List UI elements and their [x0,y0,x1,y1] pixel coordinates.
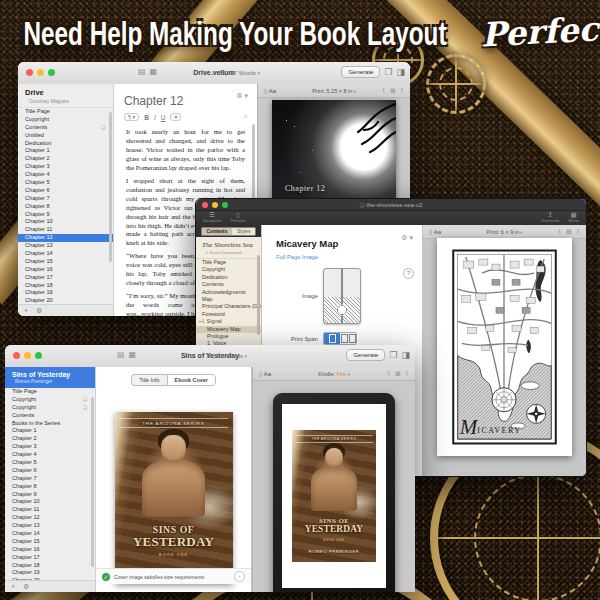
sidebar-item[interactable]: Dedication [196,274,261,281]
span-single-page-option[interactable] [324,333,340,344]
sidebar-item[interactable]: Contents [196,281,261,288]
add-element-button[interactable]: + [11,583,15,590]
sidebar-item[interactable]: Books in the Series [5,420,95,428]
sidebar-item[interactable]: Chapter 7 [5,475,95,483]
ebook-cover-image[interactable]: THE ARIZONA SERIES SINS OF YESTERDAY BOO… [115,412,233,584]
underline-button[interactable]: U [161,114,166,121]
zoom-button[interactable] [35,352,42,359]
sidebar-item[interactable]: Chapter 1 [5,427,95,435]
tab-styles[interactable]: Styles [232,227,256,236]
page-nav-icons[interactable]: ⟨ ▤ ⟩ [558,228,581,234]
zoom-button[interactable] [48,69,55,76]
settings-gear-icon[interactable]: ⚙ [36,307,42,315]
layout-pane-icon[interactable]: ◨ [401,351,410,360]
titlebar[interactable]: ▤ ▦ Drive.vellum 62,417 Words Generate ❐… [18,62,410,85]
outline-toggle-icon[interactable]: ▦ [150,68,158,76]
sidebar-item[interactable]: Copyright [5,404,95,412]
help-button[interactable]: ? [403,268,414,279]
scrollbar[interactable] [91,397,94,567]
sidebar-item[interactable]: Chapter 6 [18,187,113,195]
sidebar-item[interactable]: Chapter 13 [5,522,95,530]
sidebar-item[interactable]: Contents [18,124,113,132]
sidebar-item[interactable]: Chapter 9 [18,211,113,219]
chapter-gear-icon[interactable]: ⚙ ▾ [236,92,248,100]
sidebar-item[interactable]: Chapter 6 [5,467,95,475]
sidebar-item[interactable]: Title Page [5,388,95,396]
italic-button[interactable]: I [154,114,156,121]
sidebar-item[interactable]: Chapter 2 [18,155,113,163]
sidebar-item[interactable]: Chapter 18 [18,282,113,290]
paragraph-style-button[interactable]: ¶ ▾ [124,113,139,121]
sidebar-item[interactable]: Chapter 12 [18,234,113,242]
element-type-link[interactable]: Full Page Image [262,251,422,260]
sidebar-item[interactable]: Chapter 9 [5,491,95,499]
word-count-menu[interactable]: 78,858 Words [206,353,247,359]
sidebar-item[interactable]: Map [196,296,261,303]
sidebar-item[interactable]: Chapter 19 [5,569,95,577]
outline-toggle-icon[interactable]: ▦ [129,351,137,359]
sidebar-item[interactable]: Chapter 18 [5,562,95,570]
sidebar-item[interactable]: Chapter 14 [18,250,113,258]
sidebar-item[interactable]: Chapter 4 [5,451,95,459]
sidebar-item[interactable]: Chapter 11 [18,226,113,234]
close-button[interactable] [13,352,20,359]
sidebar-toggle-icon[interactable]: ▤ [138,68,146,76]
sidebar-item[interactable]: Copyright [5,396,95,404]
tab-ebook-cover[interactable]: Ebook Cover [167,374,216,386]
element-gear-icon[interactable]: ⚙ ▾ [401,234,413,242]
sidebar-item[interactable]: Chapter 7 [18,195,113,203]
search-icon[interactable]: ⌕ [244,112,248,120]
book-header[interactable]: Drive Courtney Maguire [18,84,113,108]
settings-gear-icon[interactable]: ⚙ [23,583,29,591]
sidebar-item[interactable]: Chapter 11 [5,506,95,514]
word-count-menu[interactable]: 62,417 Words [219,70,260,76]
sidebar-item[interactable]: Chapter 3 [5,443,95,451]
sidebar-item[interactable]: Chapter 13 [18,242,113,250]
sidebar-item[interactable]: Chapter 3 [18,163,113,171]
page-nav-icons[interactable]: ⟨ ▤ ⟩ [387,370,410,376]
sidebar-item[interactable]: Chapter 19 [18,289,113,297]
sidebar-item[interactable]: Chapter 1 [18,147,113,155]
sidebar-item[interactable]: Copyright [196,266,261,273]
book-header-selected[interactable]: Sins of Yesterday Romeo Preminger [5,367,95,388]
tab-title-info[interactable]: Title Info [131,374,166,386]
tab-contents[interactable]: Contents [201,227,233,236]
more-styles-button[interactable]: ▾ [170,113,181,121]
sidebar-item[interactable]: Title Page [196,259,261,266]
sidebar-item[interactable]: Chapter 17 [5,554,95,562]
sidebar-item[interactable]: Chapter 4 [18,171,113,179]
sidebar-item[interactable]: Chapter 12 [5,514,95,522]
sidebar-toggle-icon[interactable]: ▤ [117,351,125,359]
sidebar-item[interactable]: Principal Characters (Glo… [196,303,261,310]
layout-pane-icon[interactable]: ◨ [396,68,405,77]
sidebar-item[interactable]: Chapter 2 [5,435,95,443]
preview-pane-icon[interactable]: ❐ [389,351,397,360]
preview-toggle-button[interactable]: ▯ Preview [230,212,245,223]
sidebar-item[interactable]: Chapter 8 [5,483,95,491]
preview-pane-icon[interactable]: ❐ [384,68,392,77]
sidebar-item[interactable]: Chapter 16 [5,546,95,554]
generate-button[interactable]: Generate [346,349,385,361]
close-button[interactable] [26,69,33,76]
sidebar-item[interactable]: Untitled [18,132,113,140]
navigator-toggle-button[interactable]: ☰ Navigator [203,212,221,223]
generate-button[interactable]: Generate [341,66,380,78]
page-nav-icons[interactable]: ⟨ ▤ ⟩ [382,87,405,93]
sidebar-item[interactable]: Chapter 5 [18,179,113,187]
map-image-well[interactable] [323,268,361,324]
sidebar-item[interactable]: Foreword [196,311,261,318]
minimize-button[interactable] [37,69,44,76]
sidebar-item[interactable]: Chapter 8 [18,203,113,211]
status-detail-button[interactable]: › [234,571,245,582]
generate-button[interactable]: ↥ Generate [541,212,559,223]
book-header[interactable]: The Shoreless Sea J. Scott Coatsworth [196,237,261,259]
sidebar-item[interactable]: Copyright [18,116,113,124]
sidebar-item[interactable]: Chapter 14 [5,530,95,538]
sidebar-item[interactable]: Chapter 16 [18,266,113,274]
sidebar-item[interactable]: Micavery Map [196,326,261,333]
sidebar-item[interactable]: Contents [5,412,95,420]
scrollbar[interactable] [257,255,260,335]
sidebar-item[interactable]: Chapter 10 [5,498,95,506]
show-button[interactable]: ▦ Show [568,212,579,223]
bold-button[interactable]: B [144,114,149,121]
